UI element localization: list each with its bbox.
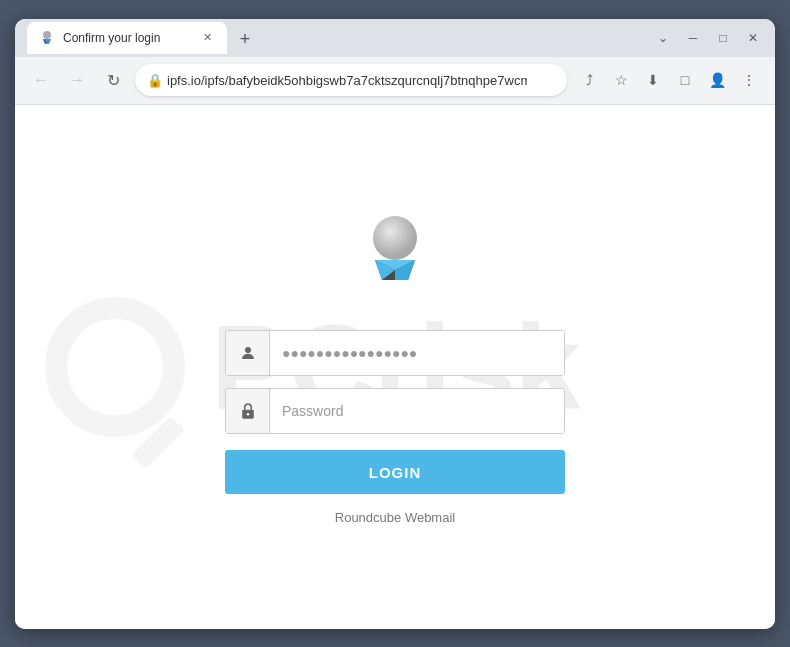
share-icon[interactable]: ⤴ <box>575 66 603 94</box>
svg-point-10 <box>246 413 249 416</box>
maximize-button[interactable]: □ <box>709 24 737 52</box>
url-input[interactable] <box>135 64 567 96</box>
forward-button[interactable]: → <box>63 66 91 94</box>
tab-close-button[interactable]: ✕ <box>199 30 215 46</box>
url-container: 🔒 <box>135 64 567 96</box>
tabs-area: Confirm your login ✕ + <box>23 22 643 54</box>
logo-area <box>350 208 440 302</box>
tab-title: Confirm your login <box>63 31 191 45</box>
title-bar: Confirm your login ✕ + ⌄ ─ □ ✕ <box>15 19 775 57</box>
password-lock-icon <box>226 389 270 433</box>
username-field-group <box>225 330 565 376</box>
address-bar: ← → ↻ 🔒 ⤴ ☆ ⬇ □ 👤 ⋮ <box>15 57 775 105</box>
password-field-group <box>225 388 565 434</box>
new-tab-button[interactable]: + <box>231 26 259 54</box>
extensions-icon[interactable]: □ <box>671 66 699 94</box>
back-button[interactable]: ← <box>27 66 55 94</box>
svg-point-3 <box>373 216 417 260</box>
window-controls: ⌄ ─ □ ✕ <box>649 24 767 52</box>
active-tab[interactable]: Confirm your login ✕ <box>27 22 227 54</box>
minimize-button[interactable]: ─ <box>679 24 707 52</box>
username-input[interactable] <box>270 331 564 375</box>
page-content: PCrisk <box>15 105 775 629</box>
password-input[interactable] <box>270 389 564 433</box>
close-button[interactable]: ✕ <box>739 24 767 52</box>
menu-icon[interactable]: ⋮ <box>735 66 763 94</box>
profile-icon[interactable]: 👤 <box>703 66 731 94</box>
watermark-magnifier <box>45 297 185 437</box>
tab-favicon <box>39 30 55 46</box>
user-icon <box>226 331 270 375</box>
svg-point-8 <box>245 347 251 353</box>
roundcube-logo <box>350 208 440 298</box>
address-bar-icons: ⤴ ☆ ⬇ □ 👤 ⋮ <box>575 66 763 94</box>
download-icon[interactable]: ⬇ <box>639 66 667 94</box>
login-button[interactable]: LOGIN <box>225 450 565 494</box>
refresh-button[interactable]: ↻ <box>99 66 127 94</box>
chevron-down-icon[interactable]: ⌄ <box>649 24 677 52</box>
login-container: LOGIN Roundcube Webmail <box>225 208 565 525</box>
bookmark-icon[interactable]: ☆ <box>607 66 635 94</box>
lock-icon: 🔒 <box>147 73 163 88</box>
svg-point-0 <box>43 31 51 39</box>
browser-window: Confirm your login ✕ + ⌄ ─ □ ✕ ← → ↻ 🔒 ⤴… <box>15 19 775 629</box>
brand-label: Roundcube Webmail <box>335 510 455 525</box>
